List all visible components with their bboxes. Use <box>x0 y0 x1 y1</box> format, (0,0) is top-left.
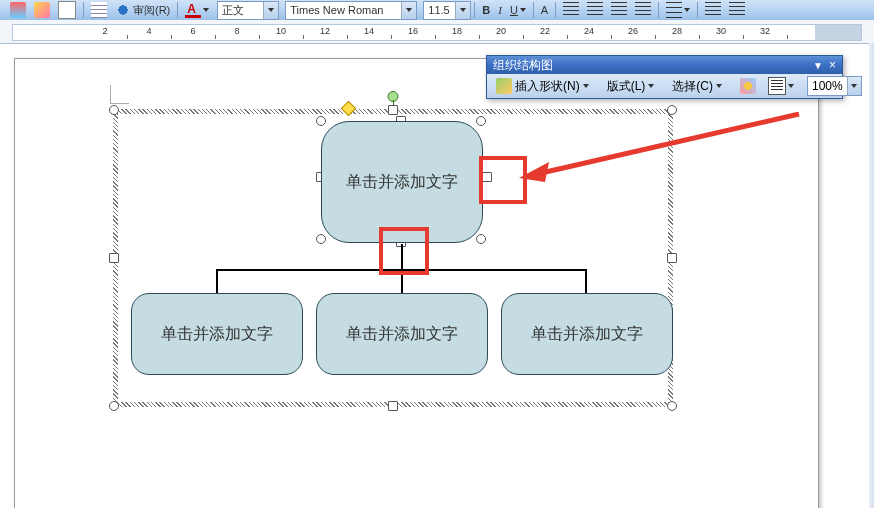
ruler-number: 24 <box>584 26 594 36</box>
toolbar-icon-2[interactable] <box>30 0 54 20</box>
underline-icon: U <box>510 4 518 16</box>
chevron-down-icon[interactable] <box>455 2 470 19</box>
ruler-number: 4 <box>146 26 151 36</box>
select-label: 选择(C) <box>672 78 713 95</box>
align-left-icon <box>563 2 579 18</box>
resize-handle[interactable] <box>388 105 398 115</box>
align-right-icon <box>611 2 627 18</box>
toolbar-icon-1[interactable] <box>6 0 30 20</box>
resize-handle[interactable] <box>667 105 677 115</box>
chevron-down-icon <box>583 84 589 88</box>
shape-handle[interactable] <box>316 234 326 244</box>
italic-icon: I <box>498 4 502 16</box>
close-icon[interactable]: × <box>829 58 836 72</box>
italic-button[interactable]: I <box>494 0 506 20</box>
ruler-number: 12 <box>320 26 330 36</box>
review-button[interactable]: 审阅(R) <box>111 0 174 20</box>
align-right-button[interactable] <box>607 0 631 20</box>
chevron-down-icon[interactable] <box>847 77 861 95</box>
chevron-down-icon <box>788 84 794 88</box>
resize-handle[interactable] <box>667 401 677 411</box>
chevron-down-icon <box>684 8 690 12</box>
bullet-list-button[interactable] <box>725 0 749 20</box>
chevron-down-icon[interactable] <box>263 2 278 19</box>
select-button[interactable]: 选择(C) <box>667 75 727 97</box>
org-node-text: 单击并添加文字 <box>161 324 273 345</box>
em-mark-icon: A <box>541 4 548 16</box>
org-node-top[interactable]: 单击并添加文字 <box>321 121 483 243</box>
shape-handle[interactable] <box>476 234 486 244</box>
scrollbar-edge[interactable] <box>869 43 874 508</box>
font-name-combo[interactable]: Times New Roman <box>285 1 417 20</box>
toolbar-icon-3[interactable] <box>54 0 80 20</box>
minimize-icon[interactable]: ▼ <box>813 60 823 71</box>
ruler-number: 14 <box>364 26 374 36</box>
bold-button[interactable]: B <box>478 0 494 20</box>
resize-handle[interactable] <box>388 401 398 411</box>
toolbar-title: 组织结构图 <box>493 57 553 74</box>
font-color-icon: A <box>185 2 201 18</box>
numbered-list-button[interactable] <box>701 0 725 20</box>
annotation-box <box>379 227 429 275</box>
ruler-number: 18 <box>452 26 462 36</box>
justify-icon <box>635 2 651 18</box>
org-chart-toolbar[interactable]: 组织结构图 ▼ × 插入形状(N) 版式(L) 选择(C) <box>486 55 843 99</box>
toolbar-titlebar[interactable]: 组织结构图 ▼ × <box>487 56 842 74</box>
font-size-value: 11.5 <box>424 4 455 16</box>
justify-button[interactable] <box>631 0 655 20</box>
horizontal-ruler[interactable]: 2468101214161820222426283032 <box>0 20 874 44</box>
annotation-box <box>479 156 527 204</box>
chevron-down-icon <box>520 8 526 12</box>
ruler-number: 26 <box>628 26 638 36</box>
shape-handle[interactable] <box>316 116 326 126</box>
layout-button[interactable]: 版式(L) <box>602 75 660 97</box>
table-icon <box>91 2 107 18</box>
underline-button[interactable]: U <box>506 0 530 20</box>
ruler-number: 6 <box>190 26 195 36</box>
toolbar-body: 插入形状(N) 版式(L) 选择(C) 100% <box>487 74 842 98</box>
org-node-child[interactable]: 单击并添加文字 <box>131 293 303 375</box>
autoformat-icon <box>740 78 756 94</box>
org-node-text: 单击并添加文字 <box>531 324 643 345</box>
margin-corner-mark <box>110 85 129 104</box>
org-node-text: 单击并添加文字 <box>346 324 458 345</box>
resize-handle[interactable] <box>109 401 119 411</box>
org-node-child[interactable]: 单击并添加文字 <box>316 293 488 375</box>
layout-label: 版式(L) <box>607 78 646 95</box>
text-wrap-button[interactable] <box>763 75 799 97</box>
ruler-number: 30 <box>716 26 726 36</box>
align-center-icon <box>587 2 603 18</box>
align-center-button[interactable] <box>583 0 607 20</box>
bold-icon: B <box>482 4 490 16</box>
font-name-value: Times New Roman <box>286 4 401 16</box>
shape-handle[interactable] <box>476 116 486 126</box>
ruler-number: 32 <box>760 26 770 36</box>
font-color-button[interactable]: A <box>181 0 213 20</box>
review-label: 审阅(R) <box>133 3 170 18</box>
ruler-number: 28 <box>672 26 682 36</box>
resize-handle[interactable] <box>109 253 119 263</box>
highlight-icon <box>34 2 50 18</box>
insert-shape-button[interactable]: 插入形状(N) <box>491 75 594 97</box>
align-left-button[interactable] <box>559 0 583 20</box>
page-icon <box>58 1 76 19</box>
em-mark-button[interactable]: A <box>537 0 552 20</box>
font-size-combo[interactable]: 11.5 <box>423 1 471 20</box>
app-stage: 审阅(R) A 正文 Times New Roman 11.5 B I U A <box>0 0 874 508</box>
style-combo[interactable]: 正文 <box>217 1 279 20</box>
resize-handle[interactable] <box>667 253 677 263</box>
line-spacing-icon <box>666 2 682 18</box>
org-node-child[interactable]: 单击并添加文字 <box>501 293 673 375</box>
resize-handle[interactable] <box>109 105 119 115</box>
chevron-down-icon[interactable] <box>401 2 416 19</box>
ruler-number: 2 <box>102 26 107 36</box>
line-spacing-button[interactable] <box>662 0 694 20</box>
zoom-value: 100% <box>808 79 847 93</box>
toolbar-icon-4[interactable] <box>87 0 111 20</box>
autoformat-button[interactable] <box>735 75 761 97</box>
insert-shape-label: 插入形状(N) <box>515 78 580 95</box>
ruler-ticks: 2468101214161820222426283032 <box>12 24 862 39</box>
zoom-combo[interactable]: 100% <box>807 76 862 96</box>
connector <box>585 269 587 293</box>
ruler-number: 10 <box>276 26 286 36</box>
